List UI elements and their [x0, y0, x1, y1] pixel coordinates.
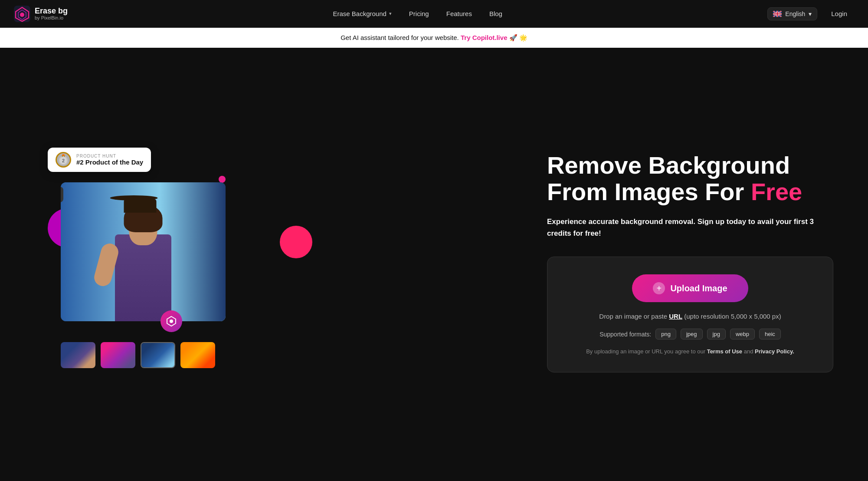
hero-title: Remove Background From Images For Free: [547, 152, 833, 205]
url-paste-link[interactable]: URL: [669, 313, 682, 320]
nav-pricing[interactable]: Pricing: [409, 10, 429, 17]
thumbnail-1[interactable]: [61, 342, 95, 368]
format-png: png: [655, 329, 676, 339]
language-chevron-icon: ▾: [809, 10, 812, 17]
logo[interactable]: Erase bg by PixelBin.io: [14, 6, 68, 22]
logo-title: Erase bg: [35, 7, 68, 16]
main-content: 2 PRODUCT HUNT #2 Product of the Day: [0, 48, 868, 477]
login-button[interactable]: Login: [824, 7, 854, 21]
upload-box: + Upload Image Drop an image or paste UR…: [547, 257, 833, 372]
formats-label: Supported formats:: [599, 331, 651, 338]
image-thumbnails: [61, 342, 304, 368]
svg-rect-8: [62, 155, 65, 156]
language-selector[interactable]: English ▾: [767, 7, 817, 20]
upload-image-button[interactable]: + Upload Image: [632, 274, 748, 302]
hero-subtitle: Experience accurate background removal. …: [547, 216, 833, 239]
nav-right: English ▾ Login: [767, 7, 854, 21]
ph-medal-icon: 2: [56, 152, 71, 168]
svg-point-10: [170, 320, 173, 323]
format-webp: webp: [730, 329, 755, 339]
privacy-policy-link[interactable]: Privacy Policy.: [755, 348, 794, 355]
plus-icon: +: [653, 282, 665, 294]
logo-subtitle: by PixelBin.io: [35, 15, 68, 20]
decorative-circle-pink: [280, 226, 312, 258]
nav-erase-background[interactable]: Erase Background ▾: [333, 10, 391, 17]
expand-icon[interactable]: [61, 187, 63, 202]
svg-text:2: 2: [62, 158, 65, 163]
uk-flag-icon: [773, 11, 782, 17]
drop-zone-text: Drop an image or paste URL (upto resolut…: [563, 313, 817, 320]
copilot-link[interactable]: Try Copilot.live: [461, 34, 509, 41]
supported-formats: Supported formats: png jpeg jpg webp hei…: [563, 329, 817, 339]
nav-links: Erase Background ▾ Pricing Features Blog: [333, 10, 502, 17]
hero-main-photo[interactable]: [61, 182, 226, 321]
announcement-bar: Get AI assistant tailored for your websi…: [0, 28, 868, 48]
hero-illustration: 2 PRODUCT HUNT #2 Product of the Day: [35, 156, 304, 368]
pixelbin-logo-badge: [160, 310, 182, 332]
ph-label: PRODUCT HUNT: [76, 154, 143, 158]
chevron-down-icon: ▾: [389, 11, 392, 16]
nav-blog[interactable]: Blog: [489, 10, 502, 17]
hero-image-container: [35, 182, 304, 321]
format-heic: heic: [759, 329, 781, 339]
announcement-emoji: 🚀 🌟: [509, 34, 527, 41]
thumbnail-3[interactable]: [141, 342, 175, 368]
ph-title: #2 Product of the Day: [76, 158, 143, 166]
hero-cta: Remove Background From Images For Free E…: [547, 152, 833, 373]
format-jpeg: jpeg: [681, 329, 703, 339]
product-hunt-badge: 2 PRODUCT HUNT #2 Product of the Day: [48, 148, 151, 172]
thumbnail-2[interactable]: [101, 342, 135, 368]
format-jpg: jpg: [707, 329, 726, 339]
thumbnail-4[interactable]: [180, 342, 215, 368]
terms-of-use-link[interactable]: Terms of Use: [707, 348, 742, 355]
navbar: Erase bg by PixelBin.io Erase Background…: [0, 0, 868, 28]
svg-point-3: [20, 13, 24, 17]
language-label: English: [785, 10, 805, 17]
nav-features[interactable]: Features: [446, 10, 472, 17]
announcement-text: Get AI assistant tailored for your websi…: [341, 34, 461, 41]
terms-text: By uploading an image or URL you agree t…: [563, 348, 817, 355]
decorative-dot: [219, 176, 226, 183]
